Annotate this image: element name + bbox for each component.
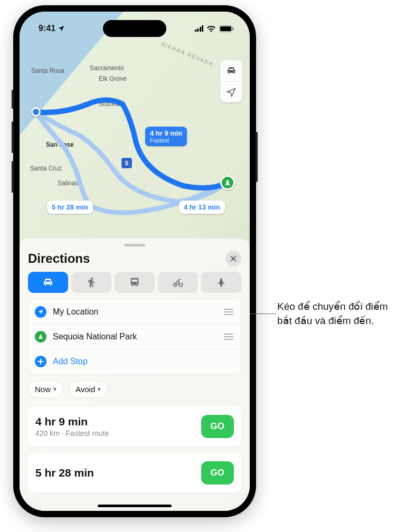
status-time: 9:41 [39,24,55,33]
route-detail: 420 km · Fastest route [35,429,109,438]
svg-rect-2 [233,27,234,30]
power-button [256,132,258,182]
stops-card: My Location Sequoia National Park Add St… [28,299,241,374]
pill-label: Avoid [76,385,95,394]
dynamic-island [103,20,166,37]
phone-frame: 9:41 Santa Rosa Sacramento [13,5,256,517]
wifi-icon [206,25,216,32]
chevron-down-icon: ▾ [53,386,56,393]
volume-up [12,121,14,153]
stop-to-row[interactable]: Sequoia National Park [29,324,241,349]
home-indicator[interactable] [98,505,172,507]
silent-switch [12,90,14,109]
map-mode-control [220,60,242,102]
drag-handle[interactable] [223,309,234,315]
transit-icon [129,277,140,288]
rideshare-icon [216,277,227,288]
transport-transit[interactable] [115,272,155,293]
go-button[interactable]: GO [201,415,234,438]
stop-from-label: My Location [53,307,216,317]
plus-icon [35,356,46,367]
location-services-icon [58,25,65,32]
svg-rect-1 [220,26,231,31]
car-icon [42,276,54,289]
tree-icon [35,331,46,343]
map-city-label: San Jose [46,141,74,148]
route-list: 4 hr 9 min 420 km · Fastest route GO 5 h… [28,406,241,493]
battery-icon [219,25,234,32]
tree-icon [224,179,231,186]
volume-down [12,161,14,193]
route-tag-alt[interactable]: 5 hr 28 min [47,201,93,214]
svg-point-5 [179,283,182,286]
drag-handle[interactable] [223,334,234,340]
avoid-pill[interactable]: Avoid ▾ [69,381,108,398]
start-location-dot [31,107,41,117]
cellular-signal-icon [195,25,204,32]
depart-time-pill[interactable]: Now ▾ [28,381,63,398]
transport-segmented [28,272,241,293]
locate-me-icon[interactable] [220,81,242,102]
close-button[interactable] [225,251,241,267]
route-card[interactable]: 5 hr 28 min GO [28,453,241,493]
transport-cycle[interactable] [158,272,198,293]
add-stop-row[interactable]: Add Stop [29,349,241,374]
map-city-label: Elk Grove [99,75,127,82]
destination-pin [220,175,235,190]
transport-walk[interactable] [71,272,111,293]
sheet-title: Directions [28,251,90,266]
stop-to-label: Sequoia National Park [53,332,216,341]
stop-from-row[interactable]: My Location [29,300,241,324]
svg-point-6 [220,278,222,280]
callout-text: Kéo để chuyển đổi điểm bắt đầu và điểm đ… [277,300,388,328]
route-tag-sub: Fastest [150,137,182,144]
route-tag-time: 4 hr 9 min [150,129,182,137]
map-city-label: Stockton [99,100,124,108]
route-time: 5 hr 28 min [35,467,94,479]
transport-drive[interactable] [28,272,68,293]
pill-label: Now [35,385,51,394]
route-card[interactable]: 4 hr 9 min 420 km · Fastest route GO [28,406,241,446]
route-time: 4 hr 9 min [35,415,109,428]
location-arrow-icon [35,306,46,318]
close-icon [230,255,237,262]
route-tag-alt[interactable]: 4 hr 13 min [179,201,225,214]
transport-rideshare[interactable] [201,272,241,293]
walk-icon [86,277,97,288]
route-tag-fastest[interactable]: 4 hr 9 min Fastest [145,127,187,146]
map-city-label: Santa Cruz [30,165,62,172]
options-row: Now ▾ Avoid ▾ [28,381,241,398]
map-city-label: Salinas [58,179,78,187]
bike-icon [172,277,184,288]
add-stop-label: Add Stop [53,357,234,366]
sheet-grabber[interactable] [124,244,145,246]
map-city-label: Sacramento [90,64,124,72]
driving-mode-icon[interactable] [220,60,242,81]
screen: 9:41 Santa Rosa Sacramento [20,12,250,511]
map-region-label: SIERRA NEVADA [161,41,214,68]
highway-shield: 5 [121,157,133,169]
map-city-label: Santa Rosa [31,67,64,74]
directions-sheet: Directions [20,239,250,511]
chevron-down-icon: ▾ [98,386,101,393]
go-button[interactable]: GO [201,461,234,484]
svg-point-3 [91,278,93,280]
